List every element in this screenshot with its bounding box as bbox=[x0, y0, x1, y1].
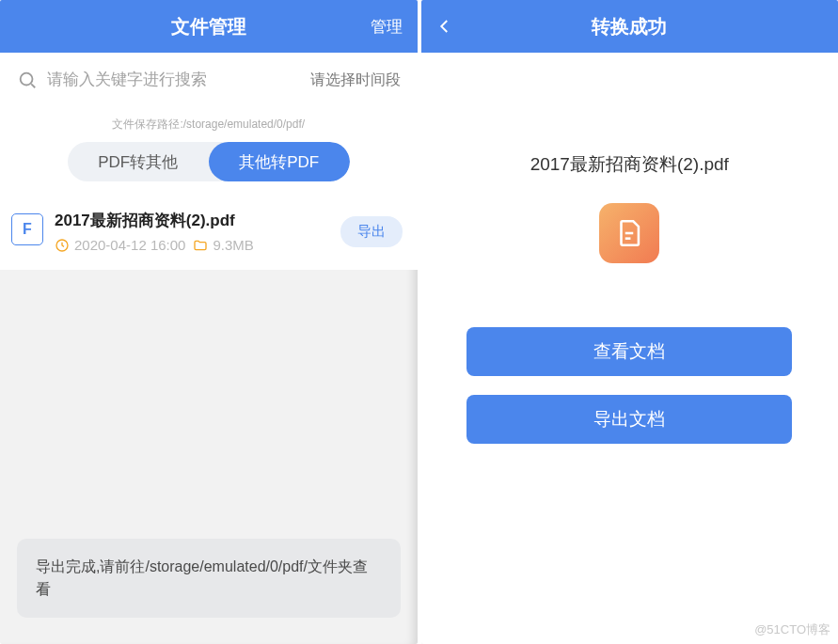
tab-other-to-pdf[interactable]: 其他转PDF bbox=[209, 142, 350, 181]
file-manager-screen: 文件管理 管理 请选择时间段 文件保存路径:/storage/emulated/… bbox=[0, 0, 418, 644]
search-input[interactable] bbox=[47, 71, 301, 89]
export-document-button[interactable]: 导出文档 bbox=[466, 395, 792, 444]
time-filter-button[interactable]: 请选择时间段 bbox=[310, 71, 401, 90]
tab-pdf-to-other[interactable]: PDF转其他 bbox=[68, 142, 209, 181]
file-meta: 2020-04-12 16:00 9.3MB bbox=[55, 237, 329, 253]
folder-icon bbox=[193, 238, 208, 253]
header-bar: 转换成功 bbox=[421, 0, 839, 53]
svg-line-1 bbox=[31, 84, 35, 87]
export-complete-toast: 导出完成,请前往/storage/emulated/0/pdf/文件夹查看 bbox=[17, 539, 401, 618]
storage-path-label: 文件保存路径:/storage/emulated/0/pdf/ bbox=[0, 107, 418, 140]
conversion-tabs: PDF转其他 其他转PDF bbox=[0, 138, 418, 196]
file-time-label: 2020-04-12 16:00 bbox=[74, 237, 185, 253]
document-icon bbox=[599, 203, 659, 263]
svg-point-0 bbox=[21, 73, 33, 86]
tab-pill: PDF转其他 其他转PDF bbox=[68, 142, 350, 181]
back-button[interactable] bbox=[436, 18, 453, 35]
chevron-left-icon bbox=[436, 18, 453, 35]
export-button[interactable]: 导出 bbox=[340, 216, 403, 247]
search-icon bbox=[17, 70, 38, 90]
success-body: 2017最新招商资料(2).pdf 查看文档 导出文档 bbox=[421, 53, 839, 644]
file-name-label: 2017最新招商资料(2).pdf bbox=[55, 210, 329, 231]
converted-file-name: 2017最新招商资料(2).pdf bbox=[530, 152, 729, 177]
header-bar: 文件管理 管理 bbox=[0, 0, 418, 53]
conversion-success-screen: 转换成功 2017最新招商资料(2).pdf 查看文档 导出文档 bbox=[421, 0, 839, 644]
search-bar: 请选择时间段 bbox=[0, 53, 418, 107]
file-type-icon: F bbox=[11, 213, 43, 245]
manage-button[interactable]: 管理 bbox=[371, 16, 403, 38]
file-info: 2017最新招商资料(2).pdf 2020-04-12 16:00 9.3MB bbox=[55, 210, 329, 253]
watermark-label: @51CTO博客 bbox=[754, 621, 830, 638]
page-title: 转换成功 bbox=[592, 14, 667, 39]
view-document-button[interactable]: 查看文档 bbox=[466, 327, 792, 376]
clock-icon bbox=[55, 238, 70, 253]
action-buttons: 查看文档 导出文档 bbox=[421, 327, 839, 444]
file-list-item[interactable]: F 2017最新招商资料(2).pdf 2020-04-12 16:00 bbox=[0, 196, 418, 270]
page-title: 文件管理 bbox=[171, 14, 246, 39]
file-size-label: 9.3MB bbox=[213, 237, 253, 253]
